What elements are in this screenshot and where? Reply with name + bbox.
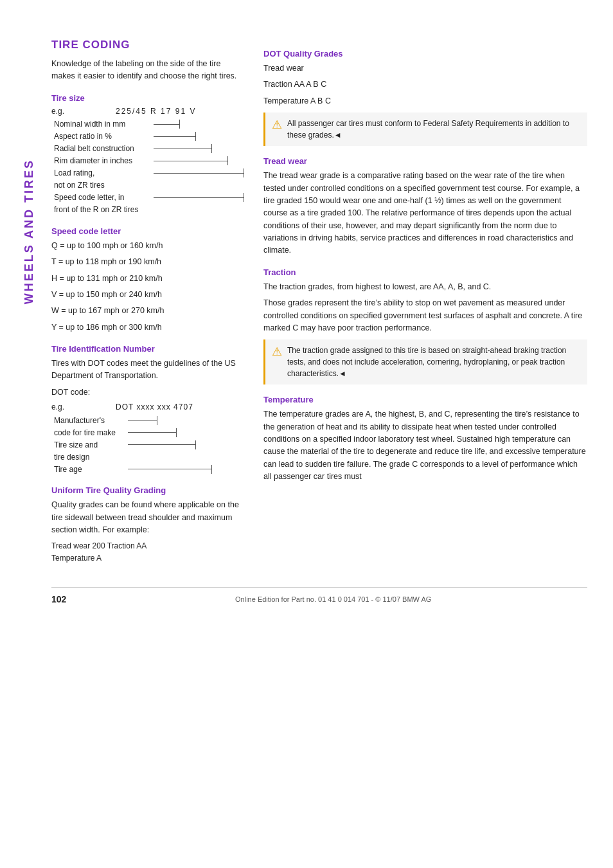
traction-text1: The traction grades, from highest to low… bbox=[263, 281, 587, 293]
dot-label-mfr1: Manufacturer's bbox=[54, 416, 128, 425]
speed-item-3: V = up to 150 mph or 240 km/h bbox=[51, 289, 244, 301]
tread-wear-title: Tread wear bbox=[263, 156, 587, 166]
footer-text: Online Edition for Part no. 01 41 0 014 … bbox=[79, 595, 587, 603]
tire-code: 225/45 R 17 91 V bbox=[116, 107, 196, 116]
label-nominal: Nominal width in mm bbox=[54, 120, 154, 129]
page-title: TIRE CODING bbox=[51, 39, 244, 51]
dot-label-size1: Tire size and bbox=[54, 440, 128, 449]
sidebar-label: WHEELS AND TIRES bbox=[22, 159, 36, 304]
dot-quality-warning: ⚠ All passenger car tires must conform t… bbox=[263, 113, 587, 146]
dot-code: DOT xxxx xxx 4707 bbox=[116, 402, 193, 411]
left-column: TIRE CODING Knowledge of the labeling on… bbox=[51, 39, 244, 568]
page: WHEELS AND TIRES TIRE CODING Knowledge o… bbox=[0, 0, 613, 868]
dot-quality-warning-text: All passenger car tires must conform to … bbox=[287, 118, 581, 141]
dot-quality-line1: Traction AA A B C bbox=[263, 78, 587, 91]
traction-warning-icon: ⚠ bbox=[272, 343, 282, 361]
traction-title: Traction bbox=[263, 267, 587, 277]
speed-item-1: T = up to 118 mph or 190 km/h bbox=[51, 256, 244, 268]
uniform-tq-title: Uniform Tire Quality Grading bbox=[51, 485, 244, 495]
traction-warning-text: The traction grade assigned to this tire… bbox=[287, 345, 581, 379]
speed-code-list: Q = up to 100 mph or 160 km/h T = up to … bbox=[51, 240, 244, 334]
traction-text2: Those grades represent the tire’s abilit… bbox=[263, 297, 587, 334]
tire-id-text1: Tires with DOT codes meet the guidelines… bbox=[51, 357, 244, 383]
traction-warning: ⚠ The traction grade assigned to this ti… bbox=[263, 339, 587, 384]
tire-size-title: Tire size bbox=[51, 93, 244, 103]
speed-item-4: W = up to 167 mph or 270 km/h bbox=[51, 305, 244, 317]
dot-quality-line0: Tread wear bbox=[263, 62, 587, 75]
intro-text: Knowledge of the labeling on the side of… bbox=[51, 58, 244, 83]
main-content: TIRE CODING Knowledge of the labeling on… bbox=[51, 39, 587, 568]
uniform-tq-text: Quality grades can be found where applic… bbox=[51, 499, 244, 536]
tire-id-title: Tire Identification Number bbox=[51, 344, 244, 354]
dot-label-size2: tire design bbox=[54, 453, 128, 462]
dot-eg-label: e.g. bbox=[51, 402, 72, 411]
speed-item-2: H = up to 131 mph or 210 km/h bbox=[51, 273, 244, 285]
speed-code-title: Speed code letter bbox=[51, 226, 244, 236]
dot-label-age: Tire age bbox=[54, 465, 128, 474]
label-rim: Rim diameter in inches bbox=[54, 156, 154, 165]
speed-item-5: Y = up to 186 mph or 300 km/h bbox=[51, 321, 244, 334]
temperature-text: The temperature grades are A, the highes… bbox=[263, 408, 587, 483]
label-radial: Radial belt construction bbox=[54, 144, 154, 153]
sidebar: WHEELS AND TIRES bbox=[19, 103, 39, 360]
footer: 102 Online Edition for Part no. 01 41 0 … bbox=[51, 587, 587, 604]
tire-eg-label: e.g. bbox=[51, 107, 72, 116]
uniform-tq-example: Tread wear 200 Traction AATemperature A bbox=[51, 540, 244, 564]
label-aspect: Aspect ratio in % bbox=[54, 132, 154, 141]
label-speed1: Speed code letter, in bbox=[54, 193, 154, 202]
right-column: DOT Quality Grades Tread wear Traction A… bbox=[263, 39, 587, 568]
dot-label-mfr2: code for tire make bbox=[54, 428, 128, 437]
speed-item-0: Q = up to 100 mph or 160 km/h bbox=[51, 240, 244, 252]
label-speed2: front of the R on ZR tires bbox=[54, 205, 154, 214]
label-load1: Load rating, bbox=[54, 168, 154, 177]
footer-page-number: 102 bbox=[51, 594, 66, 604]
label-load2: not on ZR tires bbox=[54, 181, 154, 190]
dot-code-label: DOT code: bbox=[51, 386, 244, 399]
tread-wear-text: The tread wear grade is a comparative ra… bbox=[263, 170, 587, 257]
dot-quality-line2: Temperature A B C bbox=[263, 95, 587, 107]
tire-size-diagram: e.g. 225/45 R 17 91 V Nominal width in m… bbox=[51, 107, 244, 216]
dot-diagram: e.g. DOT xxxx xxx 4707 Manufacturer's co… bbox=[51, 402, 244, 475]
warning-icon: ⚠ bbox=[272, 116, 282, 134]
dot-quality-title: DOT Quality Grades bbox=[263, 49, 587, 59]
temperature-title: Temperature bbox=[263, 395, 587, 404]
